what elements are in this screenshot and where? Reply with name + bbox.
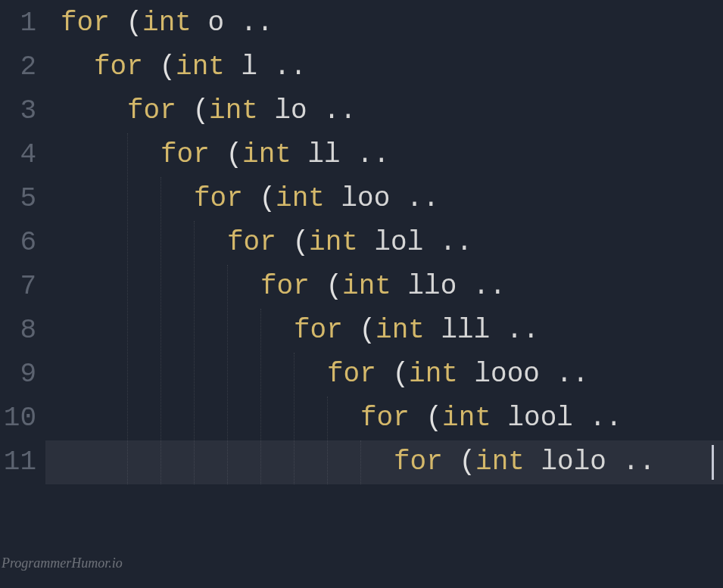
keyword-int: int bbox=[442, 403, 491, 434]
open-paren: ( bbox=[226, 139, 242, 170]
line-number: 2 bbox=[0, 45, 36, 89]
open-paren: ( bbox=[359, 315, 376, 346]
keyword-for: for bbox=[294, 315, 343, 346]
keyword-for: for bbox=[61, 8, 110, 39]
code-line[interactable]: for (int lool .. bbox=[61, 397, 723, 440]
line-number: 1 bbox=[0, 2, 36, 45]
open-paren: ( bbox=[192, 95, 209, 126]
keyword-int: int bbox=[475, 446, 525, 478]
variable-name: l bbox=[241, 51, 257, 82]
ellipsis: .. bbox=[606, 446, 656, 478]
keyword-for: for bbox=[360, 403, 410, 434]
open-paren: ( bbox=[425, 403, 442, 434]
variable-name: llo bbox=[407, 271, 457, 302]
keyword-for: for bbox=[94, 51, 143, 82]
code-line[interactable]: for (int ll .. bbox=[61, 133, 723, 177]
open-paren: ( bbox=[126, 8, 142, 39]
text-cursor bbox=[712, 445, 714, 480]
line-number: 8 bbox=[0, 309, 36, 353]
keyword-int: int bbox=[342, 271, 391, 302]
code-line[interactable]: for (int l .. bbox=[61, 45, 723, 89]
open-paren: ( bbox=[259, 183, 276, 214]
keyword-for: for bbox=[327, 359, 376, 390]
keyword-for: for bbox=[227, 227, 276, 258]
variable-name: o bbox=[207, 8, 224, 39]
code-line[interactable]: for (int lo .. bbox=[61, 89, 723, 133]
line-number: 10 bbox=[0, 397, 36, 440]
ellipsis: .. bbox=[573, 403, 622, 434]
ellipsis: .. bbox=[423, 227, 472, 258]
keyword-int: int bbox=[376, 315, 425, 346]
keyword-for: for bbox=[194, 183, 243, 214]
code-line[interactable]: for (int loo .. bbox=[61, 177, 723, 221]
line-number: 4 bbox=[0, 133, 36, 177]
code-line[interactable]: for (int llo .. bbox=[61, 265, 723, 309]
variable-name: looo bbox=[474, 359, 539, 390]
keyword-for: for bbox=[260, 271, 310, 302]
keyword-for: for bbox=[394, 446, 443, 478]
open-paren: ( bbox=[292, 227, 309, 258]
keyword-int: int bbox=[142, 8, 192, 39]
ellipsis: .. bbox=[390, 183, 439, 214]
code-line[interactable]: for (int lol .. bbox=[61, 221, 723, 265]
open-paren: ( bbox=[159, 51, 176, 82]
code-area[interactable]: for (int o ..for (int l ..for (int lo ..… bbox=[45, 2, 723, 588]
variable-name: ll bbox=[307, 139, 340, 170]
code-line[interactable]: for (int looo .. bbox=[61, 353, 723, 397]
line-number: 6 bbox=[0, 221, 36, 265]
keyword-int: int bbox=[209, 95, 258, 126]
ellipsis: .. bbox=[257, 51, 307, 82]
keyword-int: int bbox=[242, 139, 291, 170]
ellipsis: .. bbox=[490, 315, 539, 346]
line-number: 7 bbox=[0, 265, 36, 309]
line-number: 5 bbox=[0, 177, 36, 221]
line-number: 11 bbox=[0, 440, 36, 484]
code-editor[interactable]: 1234567891011 for (int o ..for (int l ..… bbox=[0, 0, 723, 588]
code-line[interactable]: for (int lll .. bbox=[61, 309, 723, 353]
watermark-text: ProgrammerHumor.io bbox=[2, 541, 123, 585]
ellipsis: .. bbox=[457, 271, 506, 302]
variable-name: lol bbox=[374, 227, 423, 258]
keyword-int: int bbox=[309, 227, 358, 258]
keyword-for: for bbox=[160, 139, 210, 170]
keyword-int: int bbox=[409, 359, 458, 390]
line-number: 9 bbox=[0, 353, 36, 397]
ellipsis: .. bbox=[341, 139, 390, 170]
variable-name: loo bbox=[341, 183, 390, 214]
variable-name: lolo bbox=[541, 446, 606, 478]
line-number-gutter: 1234567891011 bbox=[0, 2, 45, 588]
variable-name: lo bbox=[274, 95, 307, 126]
ellipsis: .. bbox=[224, 8, 273, 39]
open-paren: ( bbox=[459, 446, 475, 478]
open-paren: ( bbox=[326, 271, 342, 302]
variable-name: lll bbox=[441, 315, 490, 346]
ellipsis: .. bbox=[307, 95, 357, 126]
code-line[interactable]: for (int o .. bbox=[61, 2, 723, 45]
ellipsis: .. bbox=[540, 359, 589, 390]
variable-name: lool bbox=[507, 403, 572, 434]
keyword-for: for bbox=[127, 95, 176, 126]
keyword-int: int bbox=[276, 183, 325, 214]
code-line[interactable]: for (int lolo .. bbox=[61, 440, 723, 484]
open-paren: ( bbox=[392, 359, 409, 390]
keyword-int: int bbox=[176, 51, 225, 82]
line-number: 3 bbox=[0, 89, 36, 133]
